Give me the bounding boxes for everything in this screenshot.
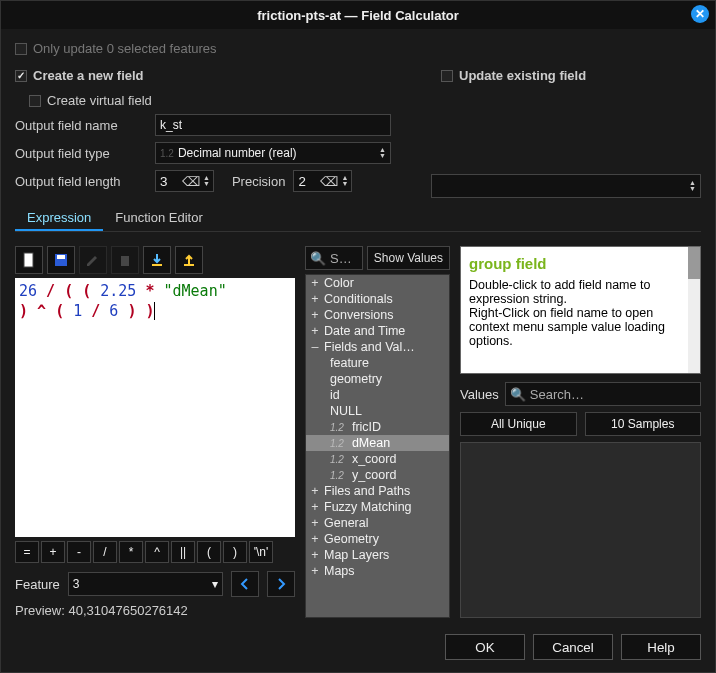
help-scrollbar[interactable] xyxy=(688,247,700,373)
tree-item[interactable]: feature xyxy=(306,355,449,371)
svg-rect-5 xyxy=(184,264,194,266)
tree-field[interactable]: 1.2fricID xyxy=(306,419,449,435)
tree-group[interactable]: +Geometry xyxy=(306,531,449,547)
values-label: Values xyxy=(460,387,499,402)
close-icon[interactable]: ✕ xyxy=(691,5,709,23)
tree-item[interactable]: geometry xyxy=(306,371,449,387)
tree-group[interactable]: +Date and Time xyxy=(306,323,449,339)
chevron-updown-icon: ▲▼ xyxy=(379,147,386,159)
save-icon[interactable] xyxy=(47,246,75,274)
output-type-combo[interactable]: 1.2 Decimal number (real) ▲▼ xyxy=(155,142,391,164)
expression-editor[interactable]: 26 / ( ( 2.25 * "dMean" ) ^ ( 1 / 6 ) ) xyxy=(15,278,295,537)
output-length-input[interactable] xyxy=(156,174,182,189)
only-update-checkbox: Only update 0 selected features xyxy=(15,41,701,56)
clear-icon[interactable]: ⌫ xyxy=(320,174,338,189)
help-title: group field xyxy=(469,255,692,272)
tree-group[interactable]: +General xyxy=(306,515,449,531)
op-button[interactable]: || xyxy=(171,541,195,563)
content-area: Only update 0 selected features Create a… xyxy=(1,29,715,626)
values-search-input[interactable]: 🔍 Search… xyxy=(505,382,701,406)
svg-rect-0 xyxy=(24,253,33,267)
chevron-updown-icon[interactable]: ▲▼ xyxy=(200,175,213,187)
search-icon: 🔍 xyxy=(310,251,326,266)
tree-group[interactable]: +Map Layers xyxy=(306,547,449,563)
output-length-label: Output field length xyxy=(15,174,147,189)
operator-row: =+-/*^||()'\n' xyxy=(15,541,295,563)
show-values-button[interactable]: Show Values xyxy=(367,246,450,270)
tree-group[interactable]: +Fuzzy Matching xyxy=(306,499,449,515)
function-search-input[interactable]: 🔍 S… xyxy=(305,246,363,270)
help-body2: Right-Click on field name to open contex… xyxy=(469,306,692,348)
clear-icon[interactable]: ⌫ xyxy=(182,174,200,189)
ten-samples-button[interactable]: 10 Samples xyxy=(585,412,702,436)
values-list[interactable] xyxy=(460,442,701,618)
tree-group[interactable]: +Conversions xyxy=(306,307,449,323)
update-existing-field-label: Update existing field xyxy=(459,68,586,83)
op-button[interactable]: = xyxy=(15,541,39,563)
op-button[interactable]: ( xyxy=(197,541,221,563)
checkbox-box xyxy=(29,95,41,107)
tree-field[interactable]: 1.2y_coord xyxy=(306,467,449,483)
tree-field[interactable]: 1.2dMean xyxy=(306,435,449,451)
feature-combo[interactable]: 3 ▾ xyxy=(68,572,223,596)
update-existing-field-checkbox[interactable]: Update existing field xyxy=(441,68,701,83)
tree-group[interactable]: +Maps xyxy=(306,563,449,579)
chevron-updown-icon[interactable]: ▲▼ xyxy=(338,175,351,187)
tab-expression[interactable]: Expression xyxy=(15,206,103,231)
output-type-label: Output field type xyxy=(15,146,147,161)
editor-tabs: Expression Function Editor xyxy=(15,206,701,232)
new-file-icon[interactable] xyxy=(15,246,43,274)
tree-item[interactable]: NULL xyxy=(306,403,449,419)
expression-panel: 26 / ( ( 2.25 * "dMean" ) ^ ( 1 / 6 ) ) … xyxy=(15,246,295,618)
tree-group[interactable]: –Fields and Val… xyxy=(306,339,449,355)
tree-item[interactable]: id xyxy=(306,387,449,403)
op-button[interactable]: '\n' xyxy=(249,541,273,563)
tree-group[interactable]: +Conditionals xyxy=(306,291,449,307)
chevron-updown-icon: ▲▼ xyxy=(689,180,696,192)
op-button[interactable]: ) xyxy=(223,541,247,563)
op-button[interactable]: / xyxy=(93,541,117,563)
tree-field[interactable]: 1.2x_coord xyxy=(306,451,449,467)
field-calculator-window: friction-pts-at — Field Calculator ✕ Onl… xyxy=(0,0,716,673)
help-panel: group field Double-click to add field na… xyxy=(460,246,701,618)
precision-input[interactable] xyxy=(294,174,320,189)
preview-label: Preview: xyxy=(15,603,65,618)
op-button[interactable]: * xyxy=(119,541,143,563)
dialog-footer: OK Cancel Help xyxy=(1,626,715,672)
preview-row: Preview: 40,31047650276142 xyxy=(15,603,295,618)
new-field-form: Create virtual field Output field name O… xyxy=(15,93,391,198)
existing-field-combo[interactable]: ▲▼ xyxy=(431,174,701,198)
output-name-input[interactable] xyxy=(155,114,391,136)
chevron-down-icon: ▾ xyxy=(212,577,218,591)
expression-toolbar xyxy=(15,246,295,274)
import-icon[interactable] xyxy=(143,246,171,274)
op-button[interactable]: - xyxy=(67,541,91,563)
window-title: friction-pts-at — Field Calculator xyxy=(257,8,459,23)
preview-value: 40,31047650276142 xyxy=(68,603,187,618)
prev-feature-button[interactable] xyxy=(231,571,259,597)
checkbox-box xyxy=(441,70,453,82)
cancel-button[interactable]: Cancel xyxy=(533,634,613,660)
output-type-value: Decimal number (real) xyxy=(174,146,379,160)
help-button[interactable]: Help xyxy=(621,634,701,660)
precision-spin[interactable]: ⌫ ▲▼ xyxy=(293,170,352,192)
ok-button[interactable]: OK xyxy=(445,634,525,660)
export-icon[interactable] xyxy=(175,246,203,274)
op-button[interactable]: + xyxy=(41,541,65,563)
tab-function-editor[interactable]: Function Editor xyxy=(103,206,214,231)
create-virtual-checkbox[interactable]: Create virtual field xyxy=(29,93,152,108)
all-unique-button[interactable]: All Unique xyxy=(460,412,577,436)
feature-label: Feature xyxy=(15,577,60,592)
edit-icon xyxy=(79,246,107,274)
svg-rect-4 xyxy=(152,264,162,266)
search-placeholder: S… xyxy=(330,251,352,266)
tree-group[interactable]: +Files and Paths xyxy=(306,483,449,499)
create-new-field-checkbox[interactable]: Create a new field xyxy=(15,68,401,83)
function-tree[interactable]: +Color+Conditionals+Conversions+Date and… xyxy=(305,274,450,618)
next-feature-button[interactable] xyxy=(267,571,295,597)
search-icon: 🔍 xyxy=(510,387,526,402)
output-length-spin[interactable]: ⌫ ▲▼ xyxy=(155,170,214,192)
tree-group[interactable]: +Color xyxy=(306,275,449,291)
op-button[interactable]: ^ xyxy=(145,541,169,563)
titlebar: friction-pts-at — Field Calculator ✕ xyxy=(1,1,715,29)
